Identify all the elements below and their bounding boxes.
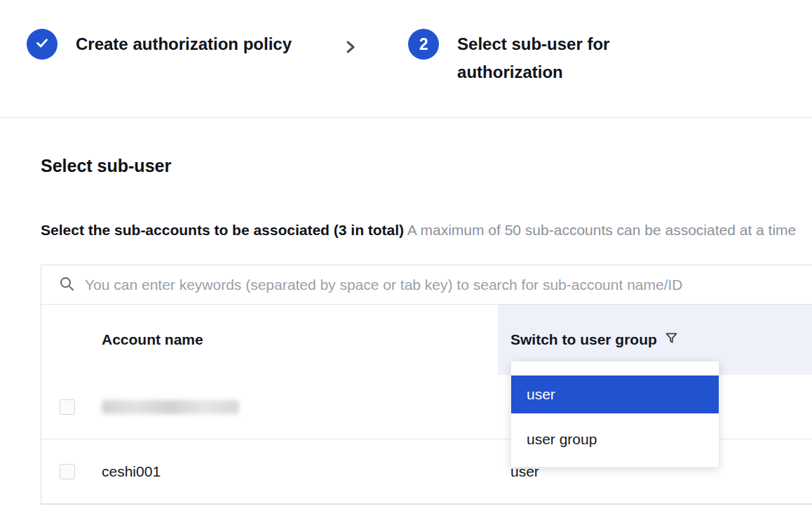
- check-icon: [34, 35, 50, 53]
- wizard-stepper: Create authorization policy 2 Select sub…: [0, 0, 812, 118]
- chevron-right-icon: [342, 37, 359, 60]
- step-2-label: Select sub-user for authorization: [457, 29, 643, 86]
- column-header-user-type-label: Switch to user group: [510, 331, 657, 348]
- account-name-cell: [41, 399, 498, 415]
- account-name: ceshi001: [102, 463, 161, 480]
- search-icon: [58, 275, 75, 295]
- main-content: Select sub-user Select the sub-accounts …: [0, 156, 812, 505]
- dropdown-option-user-group[interactable]: user group: [511, 420, 719, 458]
- user-type-filter-dropdown: user user group: [510, 361, 719, 467]
- selection-summary-bold: Select the sub-accounts to be associated…: [41, 222, 404, 238]
- filter-funnel-icon[interactable]: [664, 331, 679, 349]
- dropdown-option-user[interactable]: user: [511, 376, 719, 413]
- sub-user-table-panel: Account name Switch to user group user u…: [41, 265, 812, 505]
- column-header-user-type[interactable]: Switch to user group user user group: [498, 305, 812, 375]
- redacted-account-name: [102, 400, 239, 414]
- row-checkbox[interactable]: [60, 399, 75, 415]
- step-1-label: Create authorization policy: [76, 29, 292, 58]
- search-bar: [41, 265, 812, 305]
- account-name-cell: ceshi001: [41, 463, 498, 480]
- step-2-number-circle: 2: [408, 29, 439, 60]
- step-completed-circle: [27, 29, 57, 60]
- table-header-row: Account name Switch to user group user u…: [41, 305, 812, 375]
- selection-limit-note: A maximum of 50 sub-accounts can be asso…: [407, 222, 796, 238]
- step-create-authorization-policy[interactable]: Create authorization policy: [27, 29, 292, 60]
- step-select-sub-user[interactable]: 2 Select sub-user for authorization: [408, 29, 643, 86]
- selection-summary: Select the sub-accounts to be associated…: [41, 208, 812, 251]
- row-checkbox[interactable]: [60, 464, 75, 479]
- search-input[interactable]: [85, 277, 812, 293]
- page-title: Select sub-user: [41, 156, 812, 176]
- column-header-account-name: Account name: [41, 305, 498, 375]
